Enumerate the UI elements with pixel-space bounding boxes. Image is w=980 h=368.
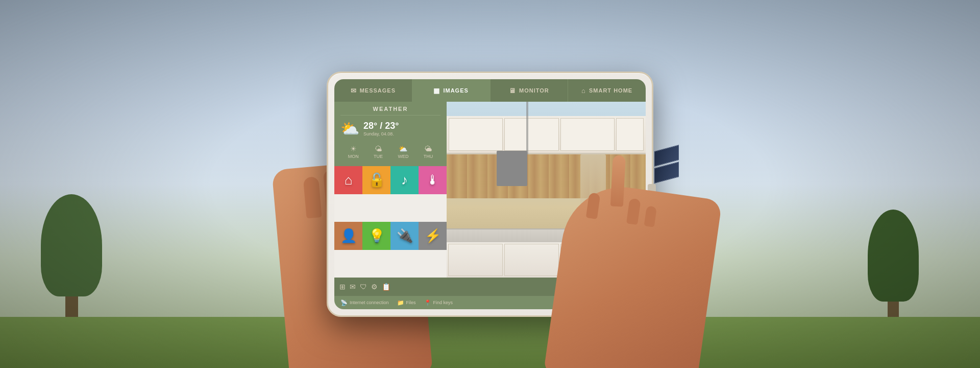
files-icon: 📁 [397, 300, 404, 306]
tile-home[interactable]: ⌂ [334, 166, 362, 194]
tree-left [41, 194, 102, 337]
nav-smart-home[interactable]: ⌂ SMART HOME [568, 79, 646, 102]
images-icon: ▦ [433, 87, 440, 95]
tile-extra[interactable]: ⚡ [419, 222, 447, 250]
toolbar-settings-icon[interactable]: ⚙ [371, 283, 378, 291]
toolbar-shield-icon[interactable]: 🛡 [360, 283, 367, 291]
upper-cabinets [447, 116, 646, 155]
weather-widget: WEATHER ⛅ 28° / 23° Sunday, 04.08. [334, 102, 447, 166]
tile-temperature[interactable]: 🌡 [419, 166, 447, 194]
hands-tablet-container: ✉ MESSAGES ▦ IMAGES 🖥 MONITOR ⌂ SMART HO… [311, 20, 669, 368]
toolbar-grid-icon[interactable]: ⊞ [339, 283, 346, 291]
status-files: 📁 Files [397, 300, 416, 306]
thu-icon: 🌥 [424, 145, 433, 153]
tile-lock[interactable]: 🔓 [362, 166, 390, 194]
pendant-light-cord [526, 102, 528, 154]
tiles-grid: ⌂ 🔓 ♪ 🌡 👤 [334, 166, 447, 278]
extra-tile-icon: ⚡ [425, 228, 441, 244]
messages-icon: ✉ [351, 87, 357, 95]
keys-icon: 📍 [424, 300, 431, 306]
tile-music[interactable]: ♪ [390, 166, 419, 194]
music-tile-icon: ♪ [401, 172, 408, 188]
toolbar-contacts-icon[interactable]: 📋 [382, 283, 390, 291]
nav-monitor[interactable]: 🖥 MONITOR [491, 79, 569, 102]
tile-person[interactable]: 👤 [334, 222, 362, 250]
light-tile-icon: 💡 [369, 228, 385, 244]
range-hood [497, 151, 527, 186]
weather-day-mon: ☀ MON [348, 145, 359, 159]
weather-temperature: 28° / 23° [363, 121, 399, 131]
home-tile-icon: ⌂ [345, 172, 353, 188]
weather-days-row: ☀ MON 🌤 TUE ⛅ WED [340, 142, 440, 162]
toolbar-mail-icon[interactable]: ✉ [350, 283, 356, 291]
status-keys: 📍 Find keys [424, 300, 453, 306]
temp-tile-icon: 🌡 [426, 172, 439, 188]
power-tile-icon: 🔌 [397, 228, 413, 244]
weather-day-tue: 🌤 TUE [374, 145, 383, 159]
status-internet: 📡 Internet connection [340, 300, 389, 306]
monitor-icon: 🖥 [509, 87, 516, 95]
pointing-finger [610, 155, 626, 206]
left-panel: WEATHER ⛅ 28° / 23° Sunday, 04.08. [334, 102, 447, 278]
nav-images[interactable]: ▦ IMAGES [412, 79, 491, 102]
tile-light[interactable]: 💡 [362, 222, 390, 250]
tile-power[interactable]: 🔌 [390, 222, 419, 250]
nav-messages[interactable]: ✉ MESSAGES [334, 79, 412, 102]
person-tile-icon: 👤 [340, 228, 357, 244]
nav-bar: ✉ MESSAGES ▦ IMAGES 🖥 MONITOR ⌂ SMART HO… [334, 79, 646, 102]
tue-icon: 🌤 [374, 145, 383, 153]
wed-icon: ⛅ [398, 145, 408, 153]
mon-icon: ☀ [348, 145, 359, 153]
smart-home-icon: ⌂ [581, 87, 586, 95]
weather-day-wed: ⛅ WED [398, 145, 408, 159]
weather-date: Sunday, 04.08. [363, 131, 399, 136]
lock-tile-icon: 🔓 [369, 172, 385, 188]
internet-icon: 📡 [340, 300, 348, 306]
weather-main: ⛅ 28° / 23° Sunday, 04.08. [340, 116, 440, 142]
weather-day-thu: 🌥 THU [424, 145, 433, 159]
weather-title: WEATHER [340, 106, 440, 116]
weather-icon: ⛅ [340, 120, 359, 137]
